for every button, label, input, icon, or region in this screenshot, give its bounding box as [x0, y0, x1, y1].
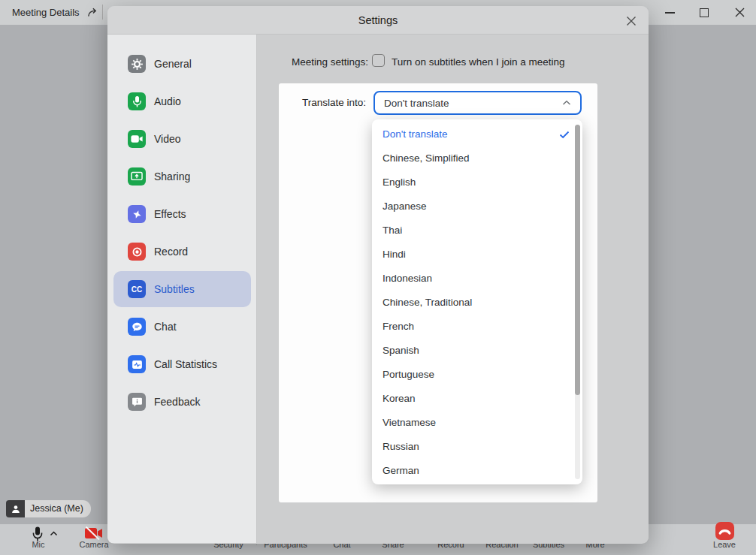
window-close-button[interactable] [728, 2, 751, 23]
chat-bubble-icon [128, 318, 146, 336]
dropdown-option-chinese-traditional[interactable]: Chinese, Traditional [372, 291, 582, 315]
sidebar-item-general[interactable]: General [113, 46, 251, 82]
record-icon [128, 243, 146, 261]
sidebar-label: Call Statistics [154, 358, 217, 370]
option-label: Portuguese [383, 369, 434, 380]
camera-button[interactable] [84, 526, 103, 540]
dropdown-option-french[interactable]: French [372, 315, 582, 339]
dropdown-option-japanese[interactable]: Japanese [372, 195, 582, 219]
settings-dialog-titlebar: Settings [107, 6, 649, 35]
gear-icon [128, 55, 146, 73]
option-label: Vietnamese [383, 417, 436, 428]
dropdown-scrollbar-thumb[interactable] [575, 125, 580, 395]
sidebar-item-audio[interactable]: Audio [113, 83, 251, 119]
translate-into-label: Translate into: [279, 97, 366, 108]
translate-select[interactable]: Don't translate [373, 91, 582, 115]
meeting-details-label: Meeting Details [12, 7, 80, 18]
option-label: French [383, 321, 414, 332]
microphone-icon [128, 92, 146, 110]
option-label: German [383, 465, 419, 476]
sidebar-item-feedback[interactable]: Feedback [113, 384, 251, 420]
dropdown-option-portuguese[interactable]: Portuguese [372, 363, 582, 387]
leave-label: Leave [713, 540, 736, 549]
window-minimize-button[interactable] [658, 2, 681, 23]
dropdown-option-dont-translate[interactable]: Don't translate [372, 122, 582, 146]
self-view-name: Jessica (Me) [25, 500, 91, 517]
option-label: Chinese, Simplified [383, 152, 470, 164]
sidebar-item-effects[interactable]: Effects [113, 196, 251, 232]
settings-sidebar: General Audio [107, 35, 257, 543]
dropdown-option-indonesian[interactable]: Indonesian [372, 267, 582, 291]
sidebar-label: Audio [154, 95, 181, 107]
sidebar-label: Subtitles [154, 283, 195, 295]
sidebar-item-call-statistics[interactable]: Call Statistics [113, 346, 251, 382]
option-label: Japanese [383, 201, 427, 212]
avatar [6, 500, 25, 517]
sidebar-item-video[interactable]: Video [113, 121, 251, 157]
sidebar-label: Sharing [154, 170, 190, 182]
video-camera-icon [128, 130, 146, 148]
sidebar-label: General [154, 58, 192, 70]
meeting-details-button[interactable]: Meeting Details [12, 0, 98, 25]
titlebar-divider [102, 5, 103, 20]
mic-options-caret[interactable] [50, 531, 58, 536]
option-label: English [383, 176, 416, 188]
option-label: Indonesian [383, 273, 432, 284]
dropdown-option-korean[interactable]: Korean [372, 387, 582, 411]
dropdown-scrollbar[interactable] [575, 125, 580, 479]
translate-select-value: Don't translate [384, 98, 562, 109]
effects-sparkle-icon [128, 205, 146, 223]
settings-dialog: Settings [107, 6, 649, 544]
option-label: Don't translate [383, 128, 448, 140]
dropdown-option-chinese-simplified[interactable]: Chinese, Simplified [372, 146, 582, 170]
option-label: Korean [383, 393, 416, 404]
checkmark-icon [559, 131, 570, 139]
chevron-up-icon [562, 100, 571, 106]
meeting-settings-label: Meeting settings: [257, 56, 368, 68]
dropdown-option-spanish[interactable]: Spanish [372, 339, 582, 363]
minimize-icon [665, 12, 675, 14]
close-icon [626, 16, 637, 26]
sidebar-item-subtitles[interactable]: CC Subtitles [113, 271, 251, 307]
dropdown-option-hindi[interactable]: Hindi [372, 243, 582, 267]
turn-on-subtitles-checkbox[interactable] [372, 54, 385, 67]
leave-button[interactable] [715, 522, 734, 540]
closed-captions-icon: CC [128, 280, 146, 298]
window-maximize-button[interactable] [693, 2, 715, 23]
settings-dialog-title: Settings [107, 6, 649, 35]
sidebar-item-chat[interactable]: Chat [113, 309, 251, 345]
camera-label: Camera [79, 540, 108, 549]
feedback-icon [128, 393, 146, 411]
camera-off-icon [84, 526, 103, 540]
close-icon [735, 8, 745, 17]
option-label: Thai [383, 225, 402, 236]
statistics-icon [128, 355, 146, 373]
dropdown-option-vietnamese[interactable]: Vietnamese [372, 411, 582, 435]
maximize-icon [700, 8, 709, 17]
dropdown-option-russian[interactable]: Russian [372, 435, 582, 459]
sidebar-label: Chat [154, 321, 177, 333]
turn-on-subtitles-label: Turn on subtitles when I join a meeting [392, 56, 565, 68]
mic-label: Mic [32, 540, 44, 549]
option-label: Spanish [383, 345, 419, 356]
option-label: Chinese, Traditional [383, 297, 472, 308]
translate-dropdown-menu: Don't translate Chinese, Simplified Engl… [372, 119, 582, 484]
chevron-up-icon [50, 531, 58, 536]
person-icon [11, 504, 21, 514]
dropdown-option-thai[interactable]: Thai [372, 219, 582, 243]
subtitles-settings-panel: Meeting settings: Turn on subtitles when… [257, 35, 649, 543]
screen-share-icon [128, 167, 146, 186]
sidebar-label: Effects [154, 208, 186, 220]
settings-close-button[interactable] [623, 13, 640, 29]
dropdown-option-german[interactable]: German [372, 459, 582, 483]
dropdown-option-english[interactable]: English [372, 170, 582, 195]
sidebar-item-sharing[interactable]: Sharing [113, 158, 251, 195]
sidebar-item-record[interactable]: Record [113, 234, 251, 270]
leave-call-icon [718, 527, 731, 535]
option-label: Russian [383, 441, 419, 452]
popout-icon [87, 8, 98, 17]
self-view-name-tag: Jessica (Me) [6, 500, 91, 517]
sidebar-label: Feedback [154, 396, 200, 408]
sidebar-label: Video [154, 133, 181, 145]
sidebar-label: Record [154, 246, 188, 258]
